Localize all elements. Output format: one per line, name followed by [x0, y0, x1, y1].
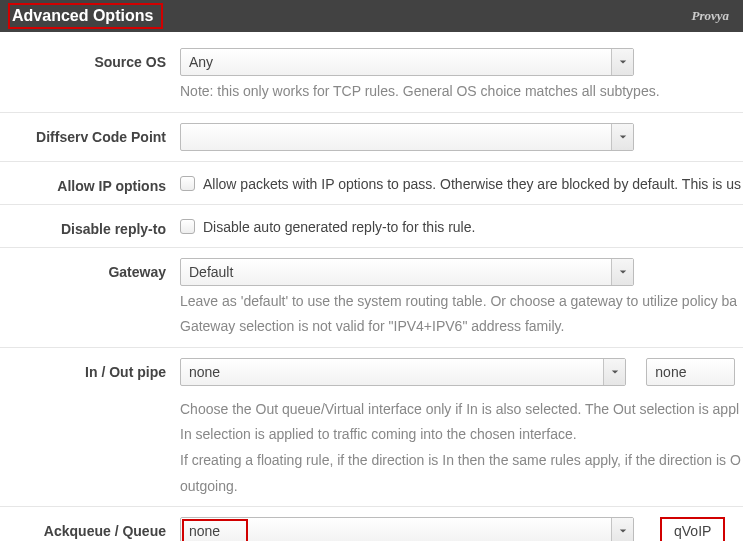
checkbox-allow-ip[interactable]	[180, 176, 195, 191]
help-pipe-1: Choose the Out queue/Virtual interface o…	[180, 400, 735, 420]
select-ackqueue-left[interactable]: none	[180, 517, 634, 541]
select-gateway-value: Default	[189, 264, 233, 280]
help-pipe-3: If creating a floating rule, if the dire…	[180, 451, 735, 471]
panel-title: Advanced Options	[8, 3, 163, 29]
panel-header: Advanced Options Provya	[0, 0, 743, 32]
select-pipe-out[interactable]: none	[646, 358, 735, 386]
chevron-down-icon	[611, 259, 633, 285]
select-ackqueue-left-value: none	[189, 523, 220, 539]
row-ackqueue: Ackqueue / Queue none qVoIP Choose the A…	[0, 507, 743, 541]
select-source-os[interactable]: Any	[180, 48, 634, 76]
select-ackqueue-right-value: qVoIP	[674, 523, 711, 539]
label-pipe: In / Out pipe	[0, 358, 180, 380]
select-ackqueue-right[interactable]: qVoIP	[660, 517, 725, 541]
row-pipe: In / Out pipe none none Choose the Out q…	[0, 348, 743, 507]
help-gateway-1: Leave as 'default' to use the system rou…	[180, 292, 735, 312]
help-pipe-4: outgoing.	[180, 477, 735, 497]
select-pipe-in[interactable]: none	[180, 358, 626, 386]
label-disable-reply: Disable reply-to	[0, 215, 180, 237]
row-gateway: Gateway Default Leave as 'default' to us…	[0, 248, 743, 348]
row-disable-reply: Disable reply-to Disable auto generated …	[0, 205, 743, 248]
label-diffserv: Diffserv Code Point	[0, 123, 180, 145]
label-allow-ip: Allow IP options	[0, 172, 180, 194]
select-pipe-out-value: none	[655, 364, 686, 380]
text-disable-reply: Disable auto generated reply-to for this…	[203, 219, 475, 235]
row-diffserv: Diffserv Code Point	[0, 113, 743, 162]
chevron-down-icon	[611, 518, 633, 541]
row-allow-ip: Allow IP options Allow packets with IP o…	[0, 162, 743, 205]
label-gateway: Gateway	[0, 258, 180, 280]
select-source-os-value: Any	[189, 54, 213, 70]
label-source-os: Source OS	[0, 48, 180, 70]
row-source-os: Source OS Any Note: this only works for …	[0, 38, 743, 113]
select-diffserv[interactable]	[180, 123, 634, 151]
select-pipe-in-value: none	[189, 364, 220, 380]
label-ackqueue: Ackqueue / Queue	[0, 517, 180, 539]
chevron-down-icon	[611, 124, 633, 150]
brand-label: Provya	[691, 8, 729, 24]
help-pipe-2: In selection is applied to traffic comin…	[180, 425, 735, 445]
chevron-down-icon	[603, 359, 625, 385]
select-gateway[interactable]: Default	[180, 258, 634, 286]
chevron-down-icon	[611, 49, 633, 75]
text-allow-ip: Allow packets with IP options to pass. O…	[203, 176, 741, 192]
help-source-os: Note: this only works for TCP rules. Gen…	[180, 82, 735, 102]
checkbox-disable-reply[interactable]	[180, 219, 195, 234]
help-gateway-2: Gateway selection is not valid for "IPV4…	[180, 317, 735, 337]
form-body: Source OS Any Note: this only works for …	[0, 32, 743, 541]
